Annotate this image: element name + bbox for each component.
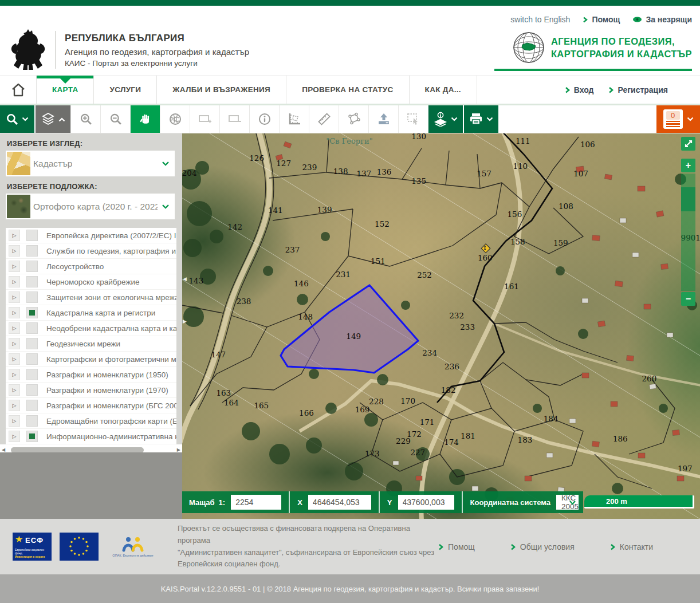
print-button[interactable] <box>464 105 500 133</box>
scroll-right-arrow[interactable]: ▶ <box>177 447 180 452</box>
footer-link[interactable]: Помощ <box>438 542 475 551</box>
view-select-dropdown[interactable]: Кадастър <box>6 151 175 176</box>
layer-expand-button[interactable] <box>9 400 20 411</box>
zoom-slider-handle[interactable] <box>681 187 695 211</box>
sidebar-collapse-handle[interactable]: ◀ <box>183 276 187 282</box>
layer-expand-button[interactable] <box>9 307 20 318</box>
identify-button[interactable] <box>250 105 280 133</box>
nav-tab[interactable]: КАК ДА... <box>410 76 477 104</box>
nav-tab[interactable]: КАРТА <box>37 76 94 104</box>
measure-distance-button[interactable] <box>309 105 339 133</box>
basemap-select-value: Ортофото карта (2020 г. - 2022 г.) <box>33 202 158 212</box>
auth-links: Вход Регистрация <box>565 76 700 104</box>
zoom-box-out-button[interactable] <box>220 105 250 133</box>
layer-checkbox[interactable] <box>26 415 38 427</box>
layer-row: Лесоустройство <box>6 259 176 274</box>
zoom-in-map-button[interactable]: + <box>681 159 695 172</box>
zoom-in-button[interactable] <box>71 105 101 133</box>
layer-label: Разграфки и номенклатури (БГС 2005) <box>46 401 176 410</box>
crs-dropdown[interactable]: ККС 2005 <box>556 495 579 510</box>
sidebar-expand-handle[interactable]: ▶ <box>183 318 187 324</box>
layer-info-button[interactable] <box>428 105 464 133</box>
layer-expand-button[interactable] <box>9 276 20 287</box>
world-extent-button[interactable] <box>160 105 190 133</box>
nav-tab[interactable]: УСЛУГИ <box>94 76 157 104</box>
switch-language-link[interactable]: switch to English <box>510 15 570 24</box>
pan-tool-button[interactable] <box>131 105 160 133</box>
opak-logo-text: ОПАК. Експерти в действие <box>112 554 153 557</box>
layer-expand-button[interactable] <box>9 415 20 427</box>
footer-link[interactable]: Контакти <box>610 542 653 551</box>
layer-label: Защитени зони от екологична мрежа Нат <box>46 293 176 302</box>
upload-button[interactable] <box>369 105 399 133</box>
help-link[interactable]: Помощ <box>583 15 620 24</box>
layer-checkbox[interactable] <box>26 400 38 411</box>
zoom-out-button[interactable] <box>101 105 131 133</box>
layer-checkbox[interactable] <box>26 291 38 303</box>
orders-cart-button[interactable]: 0 <box>656 105 700 133</box>
layer-expand-button[interactable] <box>9 291 20 303</box>
layer-row: Разграфки и номенклатури (1950) <box>6 367 176 383</box>
map-toolbar: 0 <box>0 104 700 133</box>
draw-polygon-button[interactable] <box>339 105 369 133</box>
nav-tab[interactable]: ЖАЛБИ И ВЪЗРАЖЕНИЯ <box>157 76 286 104</box>
layer-checkbox[interactable] <box>26 230 38 241</box>
fullscreen-button[interactable] <box>681 137 695 151</box>
parcel-number: 184 <box>544 414 559 423</box>
register-link[interactable]: Регистрация <box>608 85 668 94</box>
layer-row: Геодезически мрежи <box>6 336 176 352</box>
login-link[interactable]: Вход <box>565 85 594 94</box>
parcel-number: 197 <box>678 464 693 473</box>
layer-label: Кадастрална карта и регистри <box>46 309 176 317</box>
layer-checkbox[interactable] <box>26 322 38 334</box>
layer-checkbox[interactable] <box>26 384 38 396</box>
x-coordinate-input[interactable] <box>308 495 371 510</box>
search-tool-button[interactable] <box>0 105 36 133</box>
layer-label: Информационно-административна карта <box>46 432 176 441</box>
basemap-select-dropdown[interactable]: Ортофото карта (2020 г. - 2022 г.) <box>6 194 175 219</box>
layer-expand-button[interactable] <box>9 353 20 365</box>
layer-checkbox[interactable] <box>26 261 38 272</box>
layer-expand-button[interactable] <box>9 322 20 334</box>
parcel-number: 136 <box>377 167 392 176</box>
layer-checkbox[interactable] <box>26 338 38 349</box>
layer-checkbox[interactable] <box>26 369 38 380</box>
select-features-button[interactable] <box>399 105 428 133</box>
y-coordinate-input[interactable] <box>398 495 454 510</box>
parcel-number: 234 <box>422 348 437 357</box>
layer-expand-button[interactable] <box>9 384 20 396</box>
layers-tool-button[interactable] <box>36 105 71 133</box>
layer-expand-button[interactable] <box>9 369 20 380</box>
footer-link[interactable]: Общи условия <box>510 542 575 551</box>
accessibility-link[interactable]: За незрящи <box>632 15 692 24</box>
measure-area-button[interactable] <box>280 105 309 133</box>
layers-icon <box>41 112 55 126</box>
layer-expand-button[interactable] <box>9 261 20 272</box>
layer-checkbox[interactable] <box>26 307 38 318</box>
copyright-bar: KAIS.Portal v.12.2.0.9551 - 01 | © 2018 … <box>0 574 700 603</box>
zoom-slider-track[interactable] <box>681 174 695 291</box>
scale-input[interactable] <box>231 495 281 510</box>
printer-icon <box>469 112 483 126</box>
layer-checkbox[interactable] <box>26 276 38 287</box>
scrollbar-thumb[interactable] <box>11 447 144 453</box>
brand: РЕПУБЛИКА БЪЛГАРИЯ Агенция по геодезия, … <box>9 29 249 71</box>
zoom-out-map-button[interactable]: − <box>681 292 695 306</box>
layer-expand-button[interactable] <box>9 245 20 257</box>
map-marker-icon <box>481 244 490 253</box>
layer-expand-button[interactable] <box>9 230 20 241</box>
nav-tab[interactable]: ПРОВЕРКА НА СТАТУС <box>286 76 409 104</box>
map-controls: + − <box>681 137 695 306</box>
scroll-left-arrow[interactable]: ◀ <box>2 447 5 452</box>
map-viewport[interactable]: 130 111 106 126 127 239 138 137 136 <box>182 133 700 519</box>
parcel-number: 237 <box>285 245 300 254</box>
layer-expand-button[interactable] <box>9 338 20 349</box>
layer-checkbox[interactable] <box>26 353 38 365</box>
layer-checkbox[interactable] <box>26 431 38 442</box>
zoom-box-in-button[interactable] <box>190 105 220 133</box>
layer-expand-button[interactable] <box>9 431 20 442</box>
home-button[interactable] <box>0 76 37 104</box>
layer-label: Служби по геодезия, картография и када <box>46 247 176 255</box>
coat-of-arms-lion-icon <box>9 29 47 71</box>
layer-checkbox[interactable] <box>26 245 38 257</box>
